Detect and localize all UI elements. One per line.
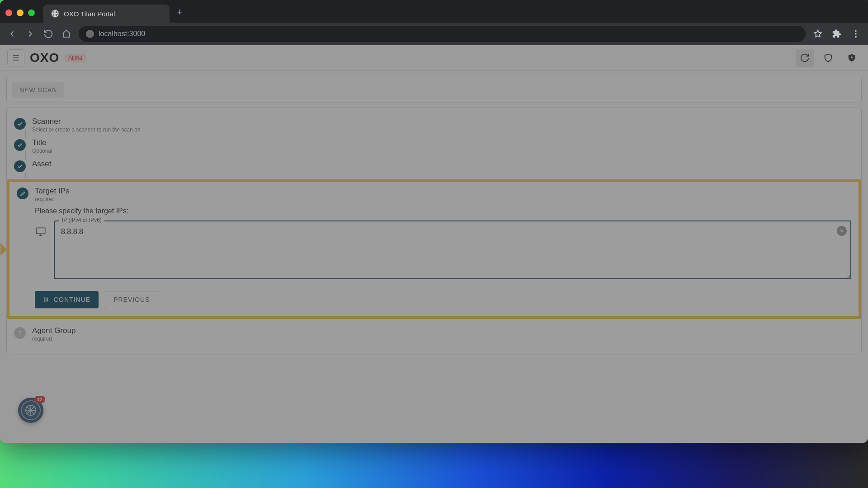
clear-input-button[interactable] bbox=[837, 226, 847, 236]
toolbar: localhost:3000 bbox=[0, 23, 868, 45]
address-bar[interactable]: localhost:3000 bbox=[79, 26, 806, 42]
tab-strip: OXO Titan Portal + bbox=[0, 0, 868, 23]
shield-icon[interactable] bbox=[819, 49, 837, 67]
refresh-scan-icon[interactable] bbox=[796, 49, 814, 67]
browser-window: OXO Titan Portal + localhost:3000 bbox=[0, 0, 868, 443]
browser-tab[interactable]: OXO Titan Portal bbox=[43, 5, 170, 23]
step-subtitle: required bbox=[32, 336, 75, 342]
new-tab-button[interactable]: + bbox=[177, 6, 183, 18]
notification-count: 12 bbox=[34, 396, 45, 403]
edit-icon bbox=[17, 188, 28, 199]
home-icon[interactable] bbox=[61, 28, 72, 40]
window-controls bbox=[5, 9, 35, 16]
step-number-icon: 5 bbox=[14, 327, 26, 339]
close-window-icon[interactable] bbox=[5, 9, 12, 16]
app-logo: OXO bbox=[30, 51, 59, 65]
support-widget[interactable]: 12 bbox=[18, 398, 43, 423]
check-icon bbox=[14, 118, 26, 130]
alpha-badge: Alpha bbox=[65, 54, 86, 62]
svg-point-3 bbox=[855, 36, 857, 38]
check-icon bbox=[14, 160, 26, 172]
maximize-window-icon[interactable] bbox=[28, 9, 35, 16]
svg-point-2 bbox=[855, 33, 857, 35]
globe-icon bbox=[51, 9, 59, 18]
svg-rect-5 bbox=[36, 228, 45, 234]
url-text: localhost:3000 bbox=[99, 30, 145, 38]
step-title: Agent Group bbox=[32, 326, 75, 335]
extensions-icon[interactable] bbox=[831, 28, 843, 40]
network-icon bbox=[21, 400, 41, 420]
tab-title: OXO Titan Portal bbox=[64, 10, 115, 18]
previous-button[interactable]: PREVIOUS bbox=[105, 291, 158, 308]
continue-button[interactable]: CONTINUE bbox=[35, 291, 99, 308]
new-scan-button[interactable]: NEW SCAN bbox=[12, 82, 64, 98]
forward-icon[interactable] bbox=[24, 28, 36, 40]
step-asset[interactable]: Asset bbox=[14, 157, 854, 175]
step-title[interactable]: Title Optional bbox=[14, 136, 854, 157]
skip-next-icon bbox=[43, 296, 50, 303]
scan-wizard: Scanner Select or create a scanner to ru… bbox=[6, 108, 862, 353]
step-title: Asset bbox=[32, 160, 52, 169]
back-icon[interactable] bbox=[6, 28, 18, 40]
svg-point-1 bbox=[855, 30, 857, 32]
step-scanner[interactable]: Scanner Select or create a scanner to ru… bbox=[14, 114, 854, 136]
step-title: Title bbox=[32, 138, 52, 147]
svg-point-4 bbox=[851, 56, 853, 58]
step-agent-group[interactable]: 5 Agent Group required bbox=[14, 324, 854, 345]
step-subtitle: Select or create a scanner to run the sc… bbox=[32, 127, 140, 133]
menu-button[interactable] bbox=[7, 49, 24, 66]
check-icon bbox=[14, 139, 26, 151]
reload-icon[interactable] bbox=[42, 28, 54, 40]
step-target-ips-active: Target IPs required Please specify the t… bbox=[7, 179, 861, 319]
step-subtitle: Optional bbox=[32, 148, 52, 154]
highlight-pointer-icon bbox=[0, 243, 7, 256]
form-hint: Please specify the target IPs: bbox=[35, 207, 851, 215]
site-info-icon[interactable] bbox=[86, 30, 94, 38]
scan-toolbar: NEW SCAN bbox=[6, 77, 862, 103]
monitor-icon bbox=[35, 226, 47, 238]
ip-input[interactable] bbox=[54, 221, 851, 279]
settings-shield-icon[interactable] bbox=[843, 49, 861, 67]
step-title: Scanner bbox=[32, 117, 140, 126]
app-header: OXO Alpha bbox=[0, 45, 868, 70]
step-title: Target IPs bbox=[35, 187, 70, 196]
step-subtitle: required bbox=[35, 196, 70, 202]
field-label: IP (IPv4 or IPv6) bbox=[59, 217, 104, 223]
star-icon[interactable] bbox=[812, 28, 824, 40]
page-viewport: OXO Alpha NEW SCAN bbox=[0, 45, 868, 443]
minimize-window-icon[interactable] bbox=[17, 9, 24, 16]
kebab-menu-icon[interactable] bbox=[850, 28, 862, 40]
continue-label: CONTINUE bbox=[54, 296, 90, 303]
